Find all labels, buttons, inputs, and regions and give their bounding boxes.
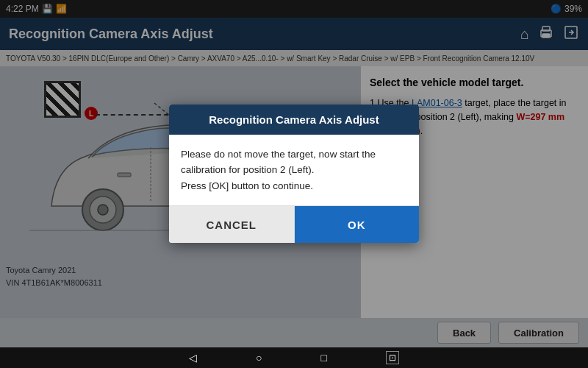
nav-bar: ◁ ○ □ ⊡ bbox=[0, 347, 588, 368]
modal-overlay: Recognition Camera Axis Adjust Please do… bbox=[0, 0, 588, 347]
modal-body-text: Please do not move the target, now start… bbox=[181, 149, 376, 191]
modal-buttons: CANCEL OK bbox=[169, 205, 419, 243]
modal-dialog: Recognition Camera Axis Adjust Please do… bbox=[169, 105, 419, 244]
nav-home-icon[interactable]: ○ bbox=[256, 352, 262, 364]
cancel-button[interactable]: CANCEL bbox=[169, 206, 295, 243]
nav-back-icon[interactable]: ◁ bbox=[189, 352, 197, 364]
modal-body: Please do not move the target, now start… bbox=[169, 135, 419, 206]
modal-title: Recognition Camera Axis Adjust bbox=[209, 113, 379, 126]
nav-recent-icon[interactable]: □ bbox=[321, 352, 327, 364]
ok-button[interactable]: OK bbox=[295, 206, 420, 243]
nav-screenshot-icon[interactable]: ⊡ bbox=[386, 351, 399, 364]
modal-header: Recognition Camera Axis Adjust bbox=[169, 105, 419, 135]
